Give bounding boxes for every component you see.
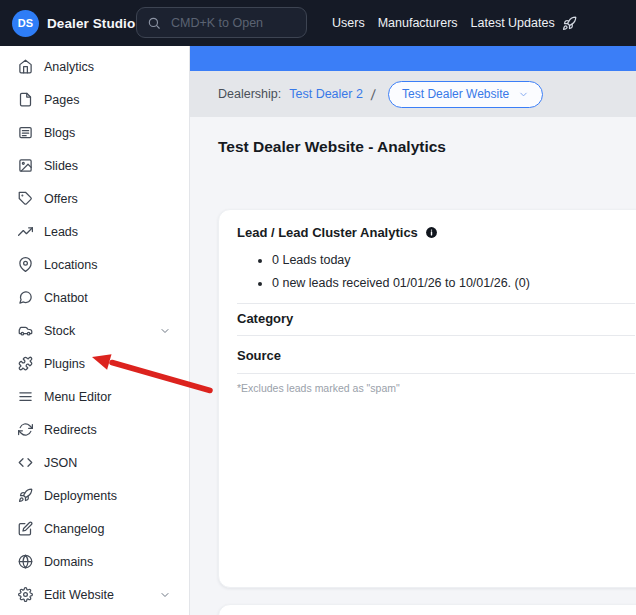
sidebar-item-edit-website[interactable]: Edit Website bbox=[0, 578, 189, 611]
site-selector-dropdown[interactable]: Test Dealer Website bbox=[388, 81, 543, 108]
file-icon bbox=[18, 92, 33, 107]
dealer-link[interactable]: Test Dealer 2 bbox=[289, 87, 363, 101]
rocket-icon bbox=[18, 488, 33, 503]
spam-footnote: *Excludes leads marked as "spam" bbox=[237, 382, 635, 394]
top-navbar: DS Dealer Studio Users Manufacturers Lat… bbox=[0, 0, 636, 46]
sidebar-item-json[interactable]: JSON bbox=[0, 446, 189, 479]
tag-icon bbox=[18, 191, 33, 206]
list-item: 0 new leads received 01/01/26 to 10/01/2… bbox=[272, 272, 635, 295]
rocket-icon bbox=[562, 16, 577, 31]
page-title: Test Dealer Website - Analytics bbox=[218, 138, 636, 156]
dealership-label: Dealership: bbox=[218, 87, 281, 101]
site-selector-label: Test Dealer Website bbox=[402, 87, 509, 101]
main-area: Dealership: Test Dealer 2 / Test Dealer … bbox=[190, 46, 636, 615]
edit-icon bbox=[18, 521, 33, 536]
code-icon bbox=[18, 455, 33, 470]
lead-summary-list: 0 Leads today 0 new leads received 01/01… bbox=[237, 249, 635, 295]
nav-link-users[interactable]: Users bbox=[332, 16, 365, 30]
sidebar-item-label: Menu Editor bbox=[44, 390, 171, 404]
puzzle-icon bbox=[18, 356, 33, 371]
sidebar-item-menu-editor[interactable]: Menu Editor bbox=[0, 380, 189, 413]
sidebar-item-redirects[interactable]: Redirects bbox=[0, 413, 189, 446]
source-section-header: Source bbox=[237, 348, 635, 373]
sidebar-item-label: Analytics bbox=[44, 60, 171, 74]
sidebar-item-stock[interactable]: Stock bbox=[0, 314, 189, 347]
command-search-box[interactable] bbox=[136, 7, 307, 38]
sidebar-item-label: Edit Website bbox=[44, 588, 148, 602]
chat-bubble-icon bbox=[18, 290, 33, 305]
next-card-partial bbox=[218, 604, 636, 615]
gear-icon bbox=[18, 587, 33, 602]
app-logo[interactable]: DS bbox=[12, 10, 39, 37]
sidebar-item-locations[interactable]: Locations bbox=[0, 248, 189, 281]
navbar-links: Users Manufacturers Latest Updates bbox=[332, 0, 577, 46]
sidebar-item-deployments[interactable]: Deployments bbox=[0, 479, 189, 512]
sidebar-item-label: Leads bbox=[44, 225, 171, 239]
content-area: Test Dealer Website - Analytics Lead / L… bbox=[190, 117, 636, 615]
chevron-down-icon bbox=[159, 325, 171, 337]
sidebar-item-label: Redirects bbox=[44, 423, 171, 437]
menu-icon bbox=[18, 389, 33, 404]
refresh-icon bbox=[18, 422, 33, 437]
card-title: Lead / Lead Cluster Analytics bbox=[237, 225, 418, 240]
sidebar-item-label: Chatbot bbox=[44, 291, 171, 305]
sidebar-item-label: Blogs bbox=[44, 126, 171, 140]
breadcrumb: Dealership: Test Dealer 2 / Test Dealer … bbox=[190, 71, 636, 117]
info-icon[interactable] bbox=[425, 226, 438, 239]
article-icon bbox=[18, 125, 33, 140]
app-title: Dealer Studio bbox=[47, 16, 135, 31]
map-pin-icon bbox=[18, 257, 33, 272]
chevron-down-icon bbox=[159, 589, 171, 601]
breadcrumb-separator: / bbox=[370, 86, 376, 103]
sidebar-item-pages[interactable]: Pages bbox=[0, 83, 189, 116]
nav-link-label: Latest Updates bbox=[471, 16, 555, 30]
divider bbox=[237, 335, 635, 336]
sidebar-item-label: Stock bbox=[44, 324, 148, 338]
sidebar-item-plugins[interactable]: Plugins bbox=[0, 347, 189, 380]
sidebar-item-domains[interactable]: Domains bbox=[0, 545, 189, 578]
image-icon bbox=[18, 158, 33, 173]
sidebar-item-offers[interactable]: Offers bbox=[0, 182, 189, 215]
lead-analytics-card: Lead / Lead Cluster Analytics 0 Leads to… bbox=[218, 209, 636, 588]
divider bbox=[237, 373, 635, 374]
sidebar-item-blogs[interactable]: Blogs bbox=[0, 116, 189, 149]
sidebar-item-label: Domains bbox=[44, 555, 171, 569]
sidebar-item-label: Changelog bbox=[44, 522, 171, 536]
globe-icon bbox=[18, 554, 33, 569]
sidebar-item-label: Offers bbox=[44, 192, 171, 206]
nav-link-latest-updates[interactable]: Latest Updates bbox=[471, 16, 577, 31]
sidebar-item-label: Slides bbox=[44, 159, 171, 173]
search-icon bbox=[147, 16, 161, 30]
chevron-down-icon bbox=[518, 89, 529, 100]
sidebar-item-label: JSON bbox=[44, 456, 171, 470]
accent-bar bbox=[190, 46, 636, 71]
sidebar-item-label: Locations bbox=[44, 258, 171, 272]
sidebar-item-chatbot[interactable]: Chatbot bbox=[0, 281, 189, 314]
sidebar-item-label: Deployments bbox=[44, 489, 171, 503]
nav-link-manufacturers[interactable]: Manufacturers bbox=[378, 16, 458, 30]
list-item: 0 Leads today bbox=[272, 249, 635, 272]
sidebar-item-leads[interactable]: Leads bbox=[0, 215, 189, 248]
sidebar-nav: AnalyticsPagesBlogsSlidesOffersLeadsLoca… bbox=[0, 46, 190, 615]
car-icon bbox=[18, 323, 33, 338]
home-icon bbox=[18, 59, 33, 74]
sidebar-item-slides[interactable]: Slides bbox=[0, 149, 189, 182]
search-input[interactable] bbox=[169, 15, 296, 31]
sidebar-item-changelog[interactable]: Changelog bbox=[0, 512, 189, 545]
sidebar-item-label: Plugins bbox=[44, 357, 171, 371]
sidebar-item-label: Pages bbox=[44, 93, 171, 107]
sidebar-item-analytics[interactable]: Analytics bbox=[0, 50, 189, 83]
category-section-header: Category bbox=[237, 304, 635, 335]
trending-up-icon bbox=[18, 224, 33, 239]
